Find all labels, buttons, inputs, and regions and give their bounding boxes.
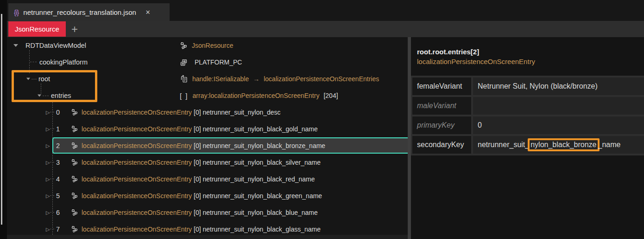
- handle-type-text: handle:ISerializable: [192, 75, 249, 83]
- entry-tag: [0]: [194, 109, 201, 116]
- tree-connector: [32, 79, 37, 79]
- file-tab-bar: {i} netrunner_recolours_translation.json…: [7, 0, 644, 21]
- collapsed-arrow-icon[interactable]: ▷: [46, 127, 50, 132]
- entry-type: localizationPersistenceOnScreenEntry: [82, 192, 192, 200]
- collapsed-arrow-icon[interactable]: ▷: [46, 143, 50, 149]
- property-table: femaleVariant Netrunner Suit, Nylon (bla…: [411, 76, 644, 155]
- json-editor-window: {i} netrunner_recolours_translation.json…: [0, 0, 644, 239]
- class-icon: [180, 42, 188, 50]
- tree-row-rdtdataviewmodel[interactable]: RDTDataViewModel JsonResource: [7, 37, 408, 54]
- property-row-primarykey: primaryKey 0: [412, 116, 644, 134]
- close-icon[interactable]: ✕: [145, 9, 151, 16]
- entry-name: netrunner_suit_nylon_black_glass_name: [202, 226, 321, 233]
- scrollbar-thumb[interactable]: [1, 14, 2, 225]
- property-key: secondaryKey: [412, 136, 471, 154]
- panel-splitter[interactable]: [408, 37, 411, 239]
- tree-node-value: JsonResource: [192, 42, 234, 49]
- tree-connector: [50, 112, 54, 112]
- entry-index: 1: [56, 125, 60, 133]
- entry-tag: [0]: [194, 142, 201, 149]
- class-icon: [71, 175, 78, 183]
- property-key: femaleVariant: [412, 78, 471, 95]
- class-icon: [71, 109, 78, 116]
- property-value-field[interactable]: netrunner_suit_nylon_black_bronze_name: [473, 136, 644, 154]
- collapsed-arrow-icon[interactable]: ▷: [46, 194, 50, 199]
- entry-name: netrunner_suit_nylon_black_gold_name: [202, 125, 317, 133]
- tree-node-value: PLATFORM_PC: [195, 58, 242, 66]
- entry-type: localizationPersistenceOnScreenEntry: [82, 109, 192, 116]
- class-icon: [71, 192, 78, 200]
- tree-row-root[interactable]: root handle:ISerializable → localization…: [7, 71, 408, 87]
- tree-entry-row-3[interactable]: ▷ 3 localizationPersistenceOnScreenEntry…: [7, 154, 408, 171]
- entry-index: 3: [56, 159, 60, 166]
- entry-name: netrunner_suit_nylon_black_red_name: [202, 175, 315, 183]
- entry-index: 4: [56, 175, 60, 183]
- class-icon: [71, 209, 78, 216]
- class-icon: [71, 125, 78, 133]
- entry-index: 5: [56, 192, 60, 200]
- copy-icon: [180, 58, 188, 66]
- entry-tag: [0]: [194, 192, 201, 200]
- tree-row-cookingplatform[interactable]: cookingPlatform PLATFORM_PC: [7, 54, 408, 71]
- panel-bottom-edge: [7, 235, 408, 239]
- entry-index: 6: [56, 209, 60, 216]
- class-icon: [71, 142, 78, 149]
- entry-tag: [0]: [194, 175, 201, 183]
- expanded-arrow-icon[interactable]: [26, 78, 30, 80]
- class-icon: [71, 159, 78, 166]
- tree-entry-row-5[interactable]: ▷ 5 localizationPersistenceOnScreenEntry…: [7, 187, 408, 204]
- collapsed-arrow-icon[interactable]: ▷: [46, 227, 50, 232]
- tree-node-label: entries: [51, 92, 71, 99]
- entry-index: 2: [56, 142, 60, 149]
- tree-entry-row-6[interactable]: ▷ 6 localizationPersistenceOnScreenEntry…: [7, 204, 408, 221]
- collapsed-arrow-icon[interactable]: ▷: [46, 177, 50, 182]
- tree-entry-row-0[interactable]: ▷ 0 localizationPersistenceOnScreenEntry…: [7, 104, 408, 121]
- tree-connector: [50, 212, 54, 213]
- selected-node-type: localizationPersistenceOnScreenEntry: [417, 58, 535, 65]
- handle-reference-icon: [180, 75, 188, 83]
- entry-name: netrunner_suit_nylon_black_silver_name: [202, 159, 321, 166]
- add-tab-button[interactable]: +: [71, 24, 78, 35]
- arrow-icon: →: [253, 75, 259, 83]
- entry-name: netrunner_suit_nylon_desc: [202, 109, 280, 116]
- property-row-secondarykey: secondaryKey netrunner_suit_nylon_black_…: [412, 136, 644, 154]
- property-row-femalevariant: femaleVariant Netrunner Suit, Nylon (bla…: [412, 78, 644, 95]
- tree-connector: [50, 179, 54, 179]
- expanded-arrow-icon[interactable]: [38, 95, 41, 97]
- tree-connector: [50, 162, 54, 162]
- file-tab-title: netrunner_recolours_translation.json: [23, 8, 136, 16]
- tree-row-entries[interactable]: entries [ ] array:localizationPersistenc…: [7, 87, 408, 104]
- secondary-key-suffix: _name: [598, 141, 621, 149]
- tree-entry-row-4[interactable]: ▷ 4 localizationPersistenceOnScreenEntry…: [7, 171, 408, 187]
- collapsed-arrow-icon[interactable]: ▷: [46, 110, 50, 115]
- tree-node-label: root: [38, 75, 50, 83]
- tree-connector: [43, 96, 49, 96]
- annotation-box-highlighted-substring: nylon_black_bronze: [528, 138, 599, 151]
- property-key: primaryKey: [412, 116, 471, 134]
- property-value-field[interactable]: 0: [473, 116, 644, 134]
- entry-index: 7: [56, 226, 60, 233]
- file-tab[interactable]: {i} netrunner_recolours_translation.json…: [8, 3, 170, 21]
- entry-tag: [0]: [194, 159, 201, 166]
- array-type-text: array:localizationPersistenceOnScreenEnt…: [193, 92, 320, 99]
- tab-jsonresource[interactable]: JsonResource: [8, 21, 66, 37]
- collapsed-arrow-icon[interactable]: ▷: [46, 160, 50, 165]
- tree-connector: [50, 229, 54, 229]
- entry-name: netrunner_suit_nylon_black_blue_name: [202, 209, 317, 216]
- entry-type: localizationPersistenceOnScreenEntry: [82, 125, 192, 133]
- property-value-field[interactable]: [473, 97, 644, 115]
- data-tree-panel: RDTDataViewModel JsonResource cookingPla…: [7, 37, 408, 239]
- expanded-arrow-icon[interactable]: [13, 44, 18, 47]
- entry-type: localizationPersistenceOnScreenEntry: [82, 175, 192, 183]
- tree-entry-row-2-selected[interactable]: ▷ 2 localizationPersistenceOnScreenEntry…: [7, 137, 408, 154]
- entry-type: localizationPersistenceOnScreenEntry: [82, 226, 192, 233]
- tree-connector: [50, 195, 54, 196]
- property-value-field[interactable]: Netrunner Suit, Nylon (black/bronze): [473, 78, 644, 95]
- array-count: [204]: [323, 92, 338, 99]
- collapsed-arrow-icon[interactable]: ▷: [46, 210, 50, 215]
- tree-node-label: RDTDataViewModel: [25, 42, 86, 49]
- entry-index: 0: [56, 109, 60, 116]
- class-icon: [71, 226, 78, 233]
- tree-entry-row-1[interactable]: ▷ 1 localizationPersistenceOnScreenEntry…: [7, 121, 408, 137]
- entry-tag: [0]: [194, 209, 201, 216]
